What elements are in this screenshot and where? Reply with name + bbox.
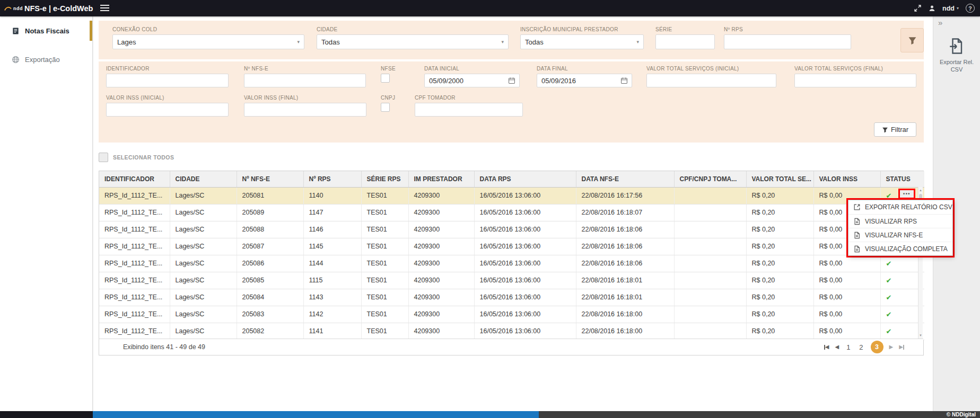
scroll-down-icon[interactable]: ▼ [918, 334, 923, 337]
filter-serie: SÉRIE [655, 26, 715, 49]
menu-item-exportar-relatorio-csv[interactable]: EXPORTAR RELATÓRIO CSV [848, 200, 952, 214]
table-cell: 22/08/2016 16:18:06 [576, 255, 674, 272]
column-header-6[interactable]: IM PRESTADOR [408, 171, 474, 187]
table-row[interactable]: RPS_Id_1112_TE...Lages/SC2050821141TES01… [99, 323, 924, 340]
question-mark-icon: ? [968, 5, 972, 12]
table-cell: R$ 0,20 [746, 272, 813, 289]
menu-item-visualizar-rps[interactable]: VISUALIZAR RPS [848, 214, 952, 228]
cnpj-checkbox-label: CNPJ [381, 95, 395, 101]
inscricao-municipal-select[interactable]: Todas ▾ [520, 34, 644, 49]
table-row[interactable]: RPS_Id_1112_TE...Lages/SC2050891147TES01… [99, 204, 924, 221]
column-header-4[interactable]: Nº RPS [303, 171, 361, 187]
table-cell: 16/05/2016 13:06:00 [474, 187, 576, 204]
table-row[interactable]: RPS_Id_1112_TE...Lages/SC2050831142TES01… [99, 306, 924, 323]
table-row[interactable]: RPS_Id_1112_TE...Lages/SC2050881146TES01… [99, 221, 924, 238]
column-header-7[interactable]: DATA RPS [474, 171, 576, 187]
column-header-3[interactable]: Nº NFS-E [237, 171, 303, 187]
select-all-checkbox[interactable] [99, 153, 108, 162]
serie-input[interactable] [655, 34, 715, 49]
num-nfse-input[interactable] [244, 74, 366, 87]
column-header-10[interactable]: VALOR TOTAL SE... [746, 171, 813, 187]
table-cell: 22/08/2016 16:17:56 [576, 187, 674, 204]
nfse-checkbox[interactable] [381, 74, 390, 83]
user-avatar-button[interactable] [929, 5, 935, 12]
filtrar-button[interactable]: Filtrar [874, 122, 916, 137]
table-cell: R$ 0,00 [813, 289, 880, 306]
table-cell: RPS_Id_1112_TE... [99, 204, 170, 221]
column-header-12[interactable]: STATUS [880, 171, 924, 187]
filter-identificador: IDENTIFICADOR [106, 66, 229, 87]
fullscreen-icon [914, 4, 922, 12]
conexao-cold-label: CONEXÃO COLD [112, 26, 304, 32]
scroll-up-icon[interactable]: ▲ [918, 189, 923, 192]
valor-inss-inicial-input[interactable] [106, 103, 229, 117]
table-cell: 1146 [303, 221, 361, 238]
table-row[interactable]: RPS_Id_1112_TE...Lages/SC2050841143TES01… [99, 289, 924, 306]
table-row[interactable]: RPS_Id_1112_TE...Lages/SC2050851115TES01… [99, 272, 924, 289]
chevron-down-icon: ▾ [501, 39, 504, 45]
valor-inss-final-input[interactable] [244, 103, 366, 117]
column-header-2[interactable]: CIDADE [170, 171, 237, 187]
table-cell: 4209300 [408, 306, 474, 323]
cpf-tomador-input[interactable] [415, 103, 523, 117]
table-row[interactable]: RPS_Id_1112_TE...Lages/SC2050871145TES01… [99, 238, 924, 255]
table-cell: 22/08/2016 16:18:01 [576, 289, 674, 306]
cnpj-checkbox[interactable] [381, 103, 390, 112]
user-menu[interactable]: ndd ▾ [942, 5, 959, 12]
cidade-select[interactable]: Todas ▾ [317, 34, 509, 49]
table-cell [674, 238, 746, 255]
sidebar-item-exportacao[interactable]: Exportação [0, 49, 92, 69]
filter-valor-inss-inicial: VALOR INSS (INICIAL) [106, 95, 229, 117]
collapse-panel-icon[interactable]: » [938, 18, 942, 27]
table-cell: TES01 [361, 187, 408, 204]
filter-data-inicial: DATA INICIAL [424, 66, 520, 87]
fullscreen-button[interactable] [914, 4, 922, 12]
data-inicial-input[interactable] [429, 77, 506, 85]
column-header-5[interactable]: SÉRIE RPS [361, 171, 408, 187]
row-context-menu: EXPORTAR RELATÓRIO CSV VISUALIZAR RPS VI… [848, 200, 953, 256]
cpf-tomador-label: CPF TOMADOR [415, 95, 523, 101]
calendar-icon[interactable] [620, 77, 628, 84]
table-cell: TES01 [361, 289, 408, 306]
valor-total-final-input[interactable] [794, 74, 916, 87]
invoices-table: IDENTIFICADORCIDADENº NFS-ENº RPSSÉRIE R… [99, 171, 924, 340]
pagination-page-2[interactable]: 2 [858, 344, 864, 351]
filter-toggle-button[interactable] [900, 28, 924, 52]
pagination-last-button[interactable]: ▶ [899, 344, 904, 350]
table-row[interactable]: RPS_Id_1112_TE...Lages/SC2050811140TES01… [99, 187, 924, 204]
pagination-page-3-active[interactable]: 3 [871, 341, 883, 353]
valor-total-inicial-label: VALOR TOTAL SERVIÇOS (INICIAL) [646, 66, 776, 72]
select-all-label: SELECIONAR TODOS [113, 154, 174, 161]
sidebar-item-notas-fiscais[interactable]: Notas Fiscais [0, 21, 92, 41]
document-icon [853, 218, 861, 225]
table-header-row: IDENTIFICADORCIDADENº NFS-ENº RPSSÉRIE R… [99, 171, 924, 187]
table-cell: R$ 0,20 [746, 187, 813, 204]
row-actions-menu-button[interactable]: ••• [903, 192, 911, 197]
menu-item-visualizar-nfse[interactable]: VISUALIZAR NFS-E [848, 228, 952, 242]
column-header-8[interactable]: DATA NFS-E [576, 171, 674, 187]
table-cell: 16/05/2016 13:06:00 [474, 323, 576, 340]
items-count: Exibindo itens 41 - 49 de 49 [123, 343, 205, 351]
column-header-11[interactable]: VALOR INSS [813, 171, 880, 187]
help-button[interactable]: ? [966, 4, 975, 13]
calendar-icon[interactable] [508, 77, 515, 84]
column-header-9[interactable]: CPF/CNPJ TOMA... [674, 171, 746, 187]
export-csv-tool[interactable]: Exportar Rel. CSV [933, 37, 980, 74]
table-cell: R$ 0,20 [746, 221, 813, 238]
pagination-page-1[interactable]: 1 [845, 344, 852, 351]
table-cell: 205089 [237, 204, 303, 221]
pagination-next-button[interactable]: ▶ [889, 344, 894, 350]
num-rps-input[interactable] [724, 34, 851, 49]
pagination-first-button[interactable]: ◀ [824, 344, 829, 350]
valor-total-inicial-input[interactable] [646, 74, 776, 87]
menu-item-visualizacao-completa[interactable]: VISUALIZAÇÃO COMPLETA [848, 242, 952, 255]
table-row[interactable]: RPS_Id_1112_TE...Lages/SC2050861144TES01… [99, 255, 924, 272]
conexao-cold-select[interactable]: Lages ▾ [112, 34, 304, 49]
column-header-1[interactable]: IDENTIFICADOR [99, 171, 170, 187]
document-icon [853, 245, 861, 253]
menu-toggle-button[interactable] [100, 5, 109, 11]
identificador-input[interactable] [106, 74, 229, 87]
pagination-prev-button[interactable]: ◀ [835, 344, 839, 350]
ndd-logo-icon [4, 6, 12, 11]
data-final-input[interactable] [541, 77, 618, 85]
